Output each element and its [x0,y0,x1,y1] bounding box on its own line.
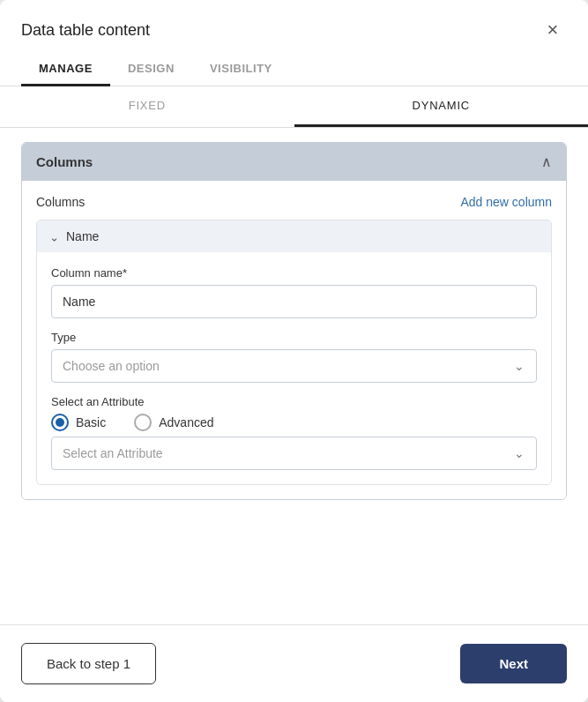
add-new-column-link[interactable]: Add new column [460,195,552,209]
columns-section: Columns ∧ Columns Add new column ⌃ Name [21,142,567,500]
modal: Data table content × MANAGE DESIGN VISIB… [0,0,588,702]
modal-title: Data table content [21,21,150,40]
column-item-name: ⌃ Name Column name* Type [36,220,552,485]
sub-tabs: FIXED DYNAMIC [0,86,588,128]
radio-basic-circle [51,414,69,431]
column-item-header[interactable]: ⌃ Name [37,220,551,252]
modal-footer: Back to step 1 Next [0,624,588,702]
columns-section-header: Columns ∧ [22,143,566,181]
column-name-input[interactable] [51,285,537,318]
columns-section-title: Columns [36,154,93,169]
chevron-up-icon: ⌃ [49,230,59,243]
columns-label-row: Columns Add new column [36,195,552,209]
columns-body: Columns Add new column ⌃ Name Column nam [22,181,566,499]
tab-visibility[interactable]: VISIBILITY [192,53,290,86]
columns-label: Columns [36,195,85,209]
nav-tabs: MANAGE DESIGN VISIBILITY [0,53,588,86]
tab-design[interactable]: DESIGN [110,53,192,86]
type-group: Type Choose an option ⌄ [51,331,537,383]
collapse-icon[interactable]: ∧ [541,153,552,170]
radio-group: Basic Advanced [51,414,537,431]
next-button[interactable]: Next [460,644,567,683]
column-name-group: Column name* [51,266,537,318]
radio-basic-label: Basic [76,415,106,429]
modal-header: Data table content × [0,0,588,53]
column-item-label: Name [66,229,99,243]
attribute-select[interactable]: Select an Attribute [51,437,537,470]
attribute-select-wrapper: Select an Attribute ⌄ [51,437,537,470]
content-area: Columns ∧ Columns Add new column ⌃ Name [0,128,588,624]
column-name-label: Column name* [51,266,537,280]
radio-advanced[interactable]: Advanced [134,414,213,431]
close-button[interactable]: × [539,16,567,44]
back-to-step-button[interactable]: Back to step 1 [21,643,156,684]
column-item-body: Column name* Type Choose an option ⌄ [37,252,551,484]
close-icon: × [547,19,559,41]
type-select[interactable]: Choose an option [51,349,537,383]
subtab-dynamic[interactable]: DYNAMIC [294,86,589,127]
attribute-label: Select an Attribute [51,395,537,408]
radio-basic[interactable]: Basic [51,414,106,431]
type-select-wrapper: Choose an option ⌄ [51,349,537,383]
type-label: Type [51,331,537,344]
subtab-fixed[interactable]: FIXED [0,86,294,127]
radio-advanced-label: Advanced [159,415,213,429]
tab-manage[interactable]: MANAGE [21,53,110,86]
radio-advanced-circle [134,414,152,431]
attribute-group: Select an Attribute Basic [51,395,537,470]
